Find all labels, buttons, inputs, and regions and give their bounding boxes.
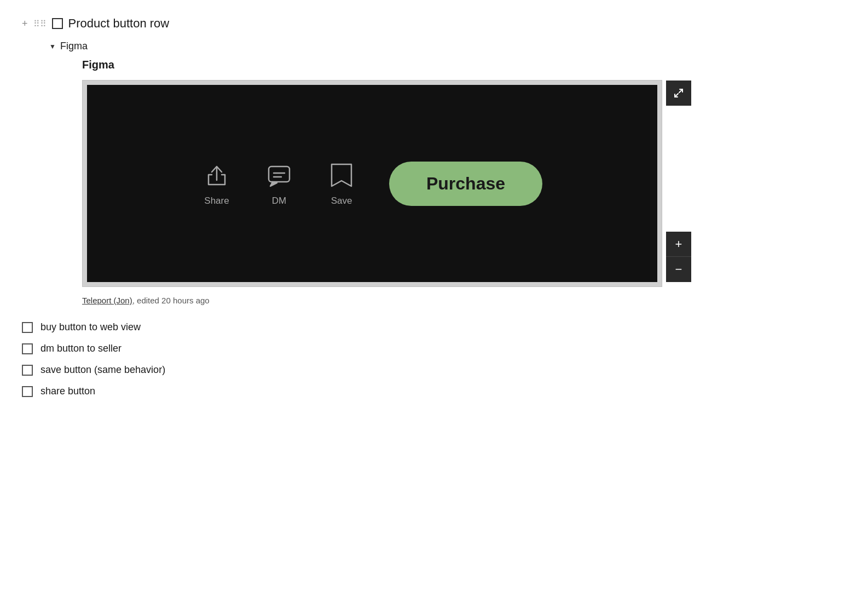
zoom-out-button[interactable]: − <box>666 257 691 282</box>
expand-icon <box>673 88 684 99</box>
checklist-item-share: share button <box>22 386 846 397</box>
checkbox-share[interactable] <box>22 386 33 397</box>
share-icon <box>204 163 229 188</box>
figma-content-title: Figma <box>82 59 846 71</box>
figma-content-block: Figma <box>82 59 846 305</box>
purchase-button[interactable]: Purchase <box>389 162 542 206</box>
share-icon-wrapper <box>202 160 232 190</box>
drag-icon[interactable]: ⠿⠿ <box>33 19 47 29</box>
header-row: + ⠿⠿ Product button row <box>22 16 846 31</box>
checklist-item-dm: dm button to seller <box>22 343 846 354</box>
checkbox-save[interactable] <box>22 365 33 376</box>
component-icon <box>52 18 63 29</box>
dm-button[interactable]: DM <box>264 160 294 206</box>
zoom-btn-group: + − <box>666 232 691 282</box>
attribution-link[interactable]: Teleport (Jon) <box>82 296 132 305</box>
save-button[interactable]: Save <box>327 160 356 206</box>
svg-rect-1 <box>269 166 290 182</box>
figma-tree: ▼ Figma Figma <box>49 41 846 305</box>
save-label: Save <box>331 196 352 206</box>
preview-container: Share <box>82 80 662 287</box>
checklist-label-share: share button <box>40 386 95 397</box>
checklist: buy button to web view dm button to sell… <box>22 321 846 397</box>
checklist-label-buy: buy button to web view <box>40 321 141 333</box>
checklist-label-dm: dm button to seller <box>40 343 121 354</box>
dm-icon <box>266 162 292 188</box>
page-title: Product button row <box>68 16 170 31</box>
zoom-controls <box>666 81 691 106</box>
save-icon-wrapper <box>327 160 356 190</box>
attribution: Teleport (Jon), edited 20 hours ago <box>82 296 846 305</box>
preview-canvas: Share <box>87 85 657 282</box>
zoom-expand-button[interactable] <box>666 81 691 106</box>
checkbox-dm[interactable] <box>22 343 33 354</box>
product-button-row: Share <box>109 160 635 206</box>
add-icon[interactable]: + <box>22 18 28 30</box>
share-button[interactable]: Share <box>202 160 232 206</box>
dm-label: DM <box>272 196 286 206</box>
checkbox-buy[interactable] <box>22 322 33 333</box>
collapse-triangle-icon[interactable]: ▼ <box>49 43 56 50</box>
share-label: Share <box>204 196 229 206</box>
attribution-time: , edited 20 hours ago <box>132 296 210 305</box>
checklist-item-save: save button (same behavior) <box>22 364 846 376</box>
figma-tree-row: ▼ Figma <box>49 41 846 52</box>
checklist-label-save: save button (same behavior) <box>40 364 165 376</box>
figma-tree-label: Figma <box>60 41 88 52</box>
zoom-in-button[interactable]: + <box>666 232 691 257</box>
dm-icon-wrapper <box>264 160 294 190</box>
checklist-item-buy: buy button to web view <box>22 321 846 333</box>
save-icon <box>329 162 354 188</box>
